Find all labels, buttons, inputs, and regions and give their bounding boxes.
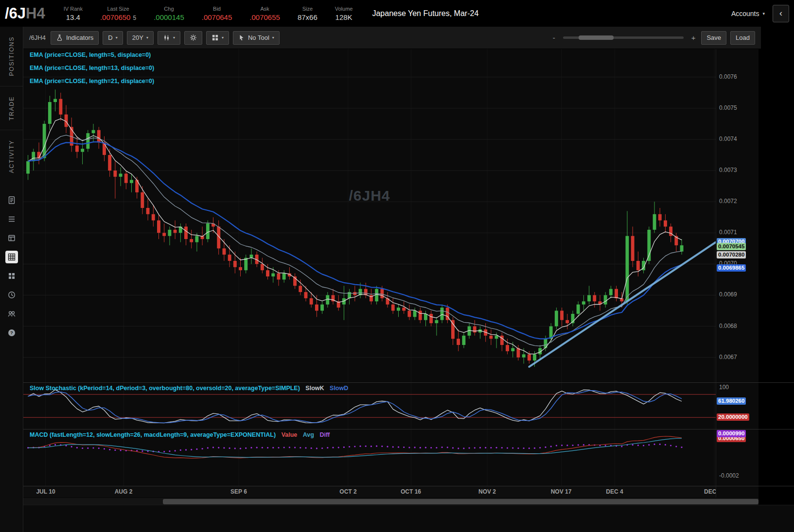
time-axis-label: OCT 16 (401, 488, 421, 495)
price-axis-tick: 0.0074 (719, 136, 737, 142)
macd-label: MACD (fastLength=12, slowLength=26, macd… (30, 431, 276, 438)
time-axis-label: JUL 10 (36, 488, 55, 495)
field-label: Size (302, 6, 313, 12)
slowd-label: SlowD (330, 385, 348, 392)
chevron-down-icon: ▾ (762, 11, 765, 16)
price-axis-tick: 0.0067 (719, 354, 737, 360)
instrument-title: Japanese Yen Futures, Mar-24 (372, 9, 478, 18)
slowk-label: SlowK (305, 385, 324, 392)
quote-header: /6J H4 IV Rank13.4Last Size.00706505Chg.… (0, 0, 794, 27)
stochastic-study-label[interactable]: Slow Stochastic (kPeriod=14, dPeriod=3, … (30, 385, 348, 392)
grid-layout-dropdown[interactable]: ▾ (206, 31, 229, 45)
symbol-month: H4 (26, 5, 45, 22)
timeframe-dropdown[interactable]: D ▾ (103, 31, 123, 45)
time-axis-label: AUG 2 (115, 488, 133, 495)
zoom-slider-thumb[interactable] (579, 35, 614, 40)
cursor-icon (238, 34, 245, 41)
chevron-down-icon: ▾ (116, 35, 118, 40)
app-window: /6J H4 IV Rank13.4Last Size.00706505Chg.… (0, 0, 794, 532)
time-axis-label: DEC 4 (606, 488, 623, 495)
sidebar-icons: ? (0, 194, 23, 339)
drawing-tool-dropdown[interactable]: No Tool ▾ (233, 31, 280, 45)
stochastic-plot[interactable]: Slow Stochastic (kPeriod=14, dPeriod=3, … (23, 383, 716, 429)
accounts-label: Accounts (731, 10, 759, 17)
macd-diff-label: Diff (319, 431, 330, 438)
chart-settings-button[interactable] (184, 31, 202, 45)
watchlist-icon[interactable] (5, 213, 18, 225)
chevron-down-icon: ▾ (272, 35, 274, 40)
tool-value: No Tool (248, 34, 269, 41)
svg-text:?: ? (10, 330, 13, 335)
indicators-label: Indicators (66, 34, 93, 41)
ema5-study-label[interactable]: EMA (price=CLOSE, length=5, displace=0) (30, 51, 154, 65)
beaker-icon (56, 34, 63, 41)
ema13-study-label[interactable]: EMA (price=CLOSE, length=13, displace=0) (30, 65, 154, 78)
orders-icon[interactable] (5, 232, 18, 244)
sidebar-tab-positions[interactable]: POSITIONS (0, 27, 23, 86)
field-label: Last Size (107, 6, 129, 12)
header-field-last-size: Last Size.00706505 (100, 6, 136, 21)
header-fields: IV Rank13.4Last Size.00706505Chg.0000145… (64, 6, 353, 21)
scrollbar-thumb[interactable] (163, 499, 759, 504)
field-value: 128K (335, 13, 353, 21)
chart-type-dropdown[interactable]: ▾ (158, 31, 180, 45)
price-axis-tick: 0.0076 (719, 73, 737, 80)
price-axis-tick: 0.0072 (719, 198, 737, 205)
header-field-iv-rank: IV Rank13.4 (64, 6, 83, 21)
collapse-panel-button[interactable]: ‹ (773, 5, 789, 22)
price-plot[interactable]: EMA (price=CLOSE, length=5, displace=0) … (23, 49, 716, 382)
field-value: 87x66 (298, 13, 318, 21)
ema21-study-label[interactable]: EMA (price=CLOSE, length=21, displace=0) (30, 78, 154, 91)
stochastic-axis: 10061.98026020.0000000 (716, 383, 759, 429)
macd-axis-bubble: 0.0000990 (717, 430, 746, 437)
header-field-size: Size87x66 (298, 6, 318, 21)
field-label: IV Rank (64, 6, 83, 12)
stochastic-label: Slow Stochastic (kPeriod=14, dPeriod=3, … (30, 385, 300, 392)
macd-axis-tick: -0.0002 (719, 472, 739, 479)
horizontal-scrollbar[interactable] (23, 498, 759, 505)
price-axis-tick: 0.0068 (719, 323, 737, 329)
accounts-dropdown[interactable]: Accounts ▾ (731, 10, 765, 17)
load-button[interactable]: Load (730, 31, 755, 45)
bottom-filler (23, 505, 794, 532)
macd-plot[interactable]: MACD (fastLength=12, slowLength=26, macd… (23, 429, 716, 486)
chart-icon[interactable] (5, 251, 18, 263)
time-axis-label: NOV 2 (478, 488, 496, 495)
macd-panel: MACD (fastLength=12, slowLength=26, macd… (23, 429, 794, 486)
range-dropdown[interactable]: 20Y ▾ (127, 31, 154, 45)
price-axis-tick: 0.0071 (719, 229, 737, 236)
header-field-chg: Chg.0000145 (154, 6, 184, 21)
time-axis-label: OCT 2 (339, 488, 356, 495)
share-icon[interactable] (5, 308, 18, 320)
statements-icon[interactable] (5, 194, 18, 206)
chevron-down-icon: ▾ (222, 35, 224, 40)
zoom-slider[interactable] (563, 36, 684, 39)
sidebar-tab-trade[interactable]: TRADE (0, 86, 23, 130)
zoom-in-button[interactable]: + (689, 34, 698, 42)
history-icon[interactable] (5, 289, 18, 301)
price-axis-tick: 0.0075 (719, 104, 737, 111)
time-axis-row: JUL 10AUG 2SEP 6OCT 2OCT 16NOV 2NOV 17DE… (23, 486, 794, 498)
time-axis-label: SEP 6 (230, 488, 247, 495)
price-axis-bubble: 0.0070280 (717, 251, 746, 258)
chart-area: EMA (price=CLOSE, length=5, displace=0) … (23, 49, 794, 532)
macd-study-label[interactable]: MACD (fastLength=12, slowLength=26, macd… (30, 431, 330, 438)
grid-layout-icon[interactable] (5, 270, 18, 282)
sidebar-tab-activity[interactable]: ACTIVITY (0, 130, 23, 183)
study-labels: EMA (price=CLOSE, length=5, displace=0) … (30, 51, 154, 91)
stoch-axis-bubble: 61.980260 (717, 397, 746, 405)
chevron-left-icon: ‹ (779, 8, 782, 18)
macd-avg-label: Avg (303, 431, 314, 438)
candlestick-icon (163, 34, 170, 41)
save-button[interactable]: Save (701, 31, 726, 45)
price-axis: 0.00760.00750.00740.00730.00720.00710.00… (716, 49, 759, 382)
field-label: Ask (260, 6, 269, 12)
indicators-button[interactable]: Indicators (51, 31, 99, 45)
timeframe-value: D (108, 34, 112, 41)
chevron-down-icon: ▾ (173, 35, 175, 40)
zoom-out-button[interactable]: - (551, 34, 557, 42)
symbol-root: /6J (5, 5, 26, 22)
stochastic-panel: Slow Stochastic (kPeriod=14, dPeriod=3, … (23, 382, 794, 429)
help-icon[interactable]: ? (5, 326, 18, 339)
field-value: .00706505 (100, 13, 136, 21)
